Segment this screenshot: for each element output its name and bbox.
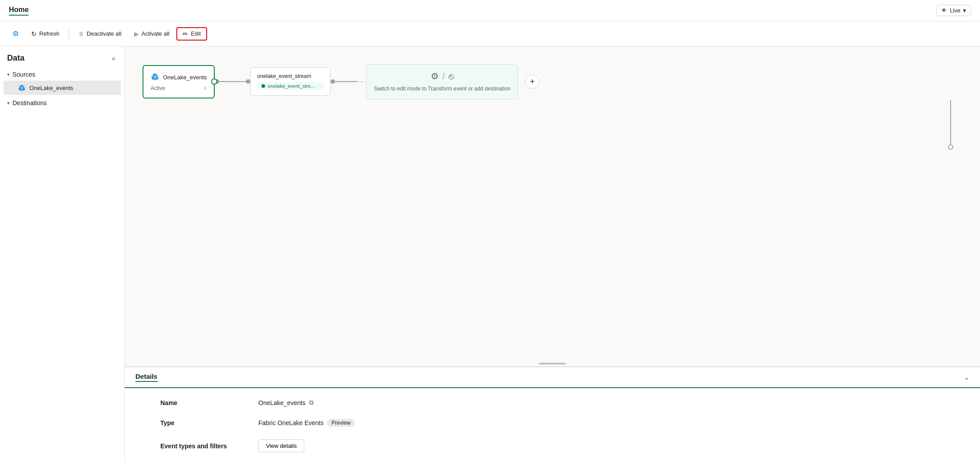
- refresh-button[interactable]: ↻ Refresh: [26, 28, 65, 40]
- refresh-icon: ↻: [31, 30, 37, 37]
- activate-label: Activate all: [142, 30, 170, 37]
- slash: /: [442, 71, 445, 82]
- dest-node-text: Switch to edit mode to Transform event o…: [374, 85, 510, 93]
- activate-all-button[interactable]: ▶ Activate all: [129, 28, 175, 40]
- details-header[interactable]: Details ⌄: [125, 367, 980, 388]
- destinations-label: Destinations: [12, 99, 47, 107]
- details-panel: Details ⌄ Name OneLake_events ⧉ Type Fab…: [125, 367, 980, 463]
- gear-button[interactable]: ⚙: [7, 27, 24, 41]
- preview-badge: Preview: [327, 419, 355, 427]
- source-connector-dot: [211, 78, 217, 85]
- main-layout: Data « ▾ Sources OneLake_events: [0, 46, 980, 463]
- details-underline: [135, 381, 158, 382]
- add-button[interactable]: +: [525, 74, 539, 89]
- connector-2: →: [331, 78, 366, 85]
- activate-icon: ▶: [134, 30, 139, 37]
- name-label: Name: [160, 397, 258, 408]
- type-label: Type: [160, 418, 258, 428]
- deactivate-all-button[interactable]: ⏸ Deactivate all: [73, 28, 127, 40]
- live-button[interactable]: 👁 Live ▾: [936, 5, 971, 16]
- sources-section-header[interactable]: ▾ Sources: [0, 68, 124, 81]
- refresh-label: Refresh: [39, 30, 60, 37]
- deactivate-icon: ⏸: [78, 30, 84, 37]
- arrow-icon: →: [358, 78, 364, 85]
- chevron-down-icon: ▾: [963, 7, 966, 14]
- details-collapse-icon[interactable]: ⌄: [964, 373, 969, 381]
- plus-icon: +: [530, 77, 535, 86]
- destinations-chevron: ▾: [7, 100, 10, 106]
- details-title-group: Details: [135, 373, 158, 382]
- edit-icon: ✏: [183, 30, 188, 37]
- vertical-connector: [948, 100, 953, 150]
- sidebar-title: Data: [7, 53, 24, 63]
- active-status: Active: [151, 85, 165, 91]
- connector-dot-3: [331, 79, 335, 84]
- toolbar: ⚙ ↻ Refresh ⏸ Deactivate all ▶ Activate …: [0, 21, 980, 46]
- title-bar-left: Home: [9, 6, 29, 16]
- stream-dot: [261, 84, 265, 88]
- scrollbar-thumb: [539, 363, 566, 365]
- destinations-section-header[interactable]: ▾ Destinations: [0, 97, 124, 109]
- dest-node-icons: ⚙ / ⎋: [374, 71, 510, 82]
- transform-icon: ⚙: [431, 71, 439, 82]
- v-dot: [948, 144, 953, 150]
- source-onelake-icon: [151, 72, 159, 82]
- copy-icon[interactable]: ⧉: [309, 399, 314, 406]
- source-node-status: Active ≡: [151, 85, 207, 91]
- canvas-area: OneLake_events Active ≡ onelake_e: [125, 46, 980, 463]
- edit-button[interactable]: ✏ Edit: [176, 27, 207, 41]
- type-value: Fabric OneLake Events: [258, 419, 323, 426]
- gear-icon: ⚙: [12, 29, 19, 38]
- stream-badge: onelake_event_stre...: [257, 82, 324, 90]
- edit-label: Edit: [191, 30, 200, 37]
- sidebar-section-sources: ▾ Sources OneLake_events: [0, 68, 124, 95]
- eye-icon: 👁: [941, 7, 947, 14]
- title-bar: Home 👁 Live ▾: [0, 0, 980, 21]
- stream-node-title: onelake_event_stream: [257, 73, 324, 79]
- sources-chevron: ▾: [7, 72, 10, 78]
- title-underline: [9, 15, 29, 16]
- sidebar-header: Data «: [0, 53, 124, 68]
- details-content: Name OneLake_events ⧉ Type Fabric OneLak…: [125, 388, 980, 463]
- dest-icon: ⎋: [449, 71, 454, 82]
- hamburger-icon: ≡: [204, 85, 207, 91]
- connector-line-1: [219, 81, 246, 82]
- sources-label: Sources: [12, 71, 35, 78]
- name-value: OneLake_events: [258, 399, 306, 406]
- toolbar-divider-1: [69, 29, 69, 39]
- sidebar: Data « ▾ Sources OneLake_events: [0, 46, 125, 463]
- event-types-label: Event types and filters: [160, 441, 258, 451]
- sidebar-item-onelake-events[interactable]: OneLake_events: [4, 81, 121, 95]
- event-types-value: View details: [258, 438, 944, 454]
- name-value-group: OneLake_events ⧉: [258, 397, 944, 408]
- connector-dot-2: [246, 79, 250, 84]
- details-title: Details: [135, 373, 157, 380]
- view-details-button[interactable]: View details: [258, 439, 304, 452]
- connector-line-2: [335, 81, 358, 82]
- deactivate-label: Deactivate all: [87, 30, 122, 37]
- source-node-title: OneLake_events: [151, 72, 207, 82]
- connector-1: [215, 79, 250, 84]
- page-title: Home: [9, 6, 29, 14]
- source-node-name: OneLake_events: [163, 74, 207, 81]
- onelake-icon: [18, 84, 26, 92]
- onelake-events-label: OneLake_events: [29, 85, 73, 91]
- type-value-group: Fabric OneLake Events Preview: [258, 417, 944, 429]
- collapse-icon[interactable]: «: [110, 54, 117, 63]
- source-node[interactable]: OneLake_events Active ≡: [143, 65, 215, 98]
- sidebar-section-destinations: ▾ Destinations: [0, 97, 124, 109]
- v-line: [950, 100, 951, 144]
- live-label: Live: [950, 7, 960, 14]
- flow-container: OneLake_events Active ≡ onelake_e: [143, 64, 962, 99]
- stream-badge-label: onelake_event_stre...: [268, 83, 314, 89]
- dest-node[interactable]: ⚙ / ⎋ Switch to edit mode to Transform e…: [366, 64, 518, 99]
- canvas-scrollbar[interactable]: [125, 361, 980, 367]
- canvas-diagram[interactable]: OneLake_events Active ≡ onelake_e: [125, 46, 980, 361]
- stream-node[interactable]: onelake_event_stream onelake_event_stre.…: [250, 67, 331, 96]
